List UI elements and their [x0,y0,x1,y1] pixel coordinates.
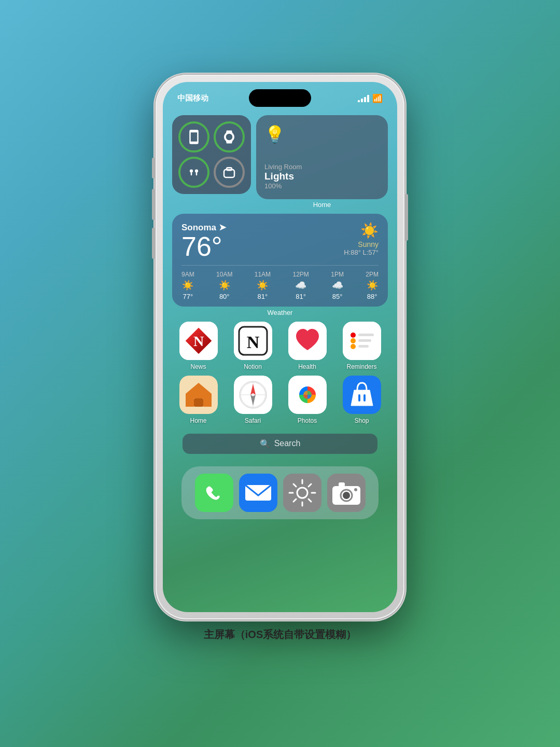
svg-rect-51 [339,482,345,487]
weather-sun-icon: ☀️ [344,222,379,239]
svg-rect-22 [194,398,203,407]
app-safari[interactable]: Safari [228,376,278,424]
svg-point-52 [354,488,357,491]
hour-time-1: 10AM [216,271,232,278]
weather-hour-0: 9AM ☀️ 77° [181,271,194,300]
svg-rect-3 [196,172,198,175]
svg-point-15 [351,333,356,338]
hour-time-3: 12PM [292,271,309,278]
svg-text:N: N [193,333,203,349]
app-photos-label: Photos [298,417,317,424]
caption: 主屏幕（iOS系统自带设置模糊） [204,628,356,642]
weather-hl: H:88° L:57° [344,248,379,256]
dock-camera-icon [327,474,366,512]
app-photos[interactable]: Photos [282,376,332,424]
weather-hour-3: 12PM ☁️ 81° [292,271,309,300]
screen-content: 💡 Living Room Lights 100% Home [163,111,397,612]
dock-phone[interactable] [195,474,233,512]
weather-hour-4: 1PM ☁️ 85° [331,271,344,300]
svg-text:N: N [246,333,259,352]
app-grid-row2: Home [172,376,388,424]
home-widget[interactable]: 💡 Living Room Lights 100% [256,115,388,199]
phone-screen: 中国移动 📶 [163,82,397,612]
dynamic-island [249,89,311,107]
app-health[interactable]: Health [282,322,332,370]
reminders-icon [343,322,381,360]
svg-rect-34 [195,474,233,512]
battery-watch [214,121,245,153]
widgets-row: 💡 Living Room Lights 100% Home [172,115,388,209]
weather-temp: 76° [181,233,226,260]
hour-time-0: 9AM [181,271,194,278]
svg-point-2 [195,169,198,172]
volume-down-button[interactable] [152,228,156,259]
app-shop[interactable]: Shop [337,376,387,424]
app-news[interactable]: N News [173,322,223,370]
battery-devices-widget [172,115,251,209]
svg-point-0 [190,169,193,172]
wifi-icon: 📶 [372,93,383,103]
notion-icon: N [234,322,272,360]
weather-widget-container: Sonoma ➤ 76° ☀️ Sunny H:88° L:57° [172,214,388,316]
hour-temp-3: 81° [292,293,309,300]
hour-temp-2: 81° [255,293,271,300]
safari-icon [234,376,272,414]
dock-mail[interactable] [239,474,277,512]
phone-icon [186,129,202,145]
hour-icon-0: ☀️ [181,280,194,291]
weather-hourly: 9AM ☀️ 77° 10AM ☀️ 80° 11AM [181,265,379,300]
home-device-percent: 100% [264,182,380,190]
app-reminders[interactable]: Reminders [337,322,387,370]
home-widget-label: Home [256,201,388,209]
home-app-icon [179,376,218,414]
battery-airpods [178,157,209,188]
svg-rect-1 [191,172,192,175]
health-icon [288,322,327,360]
home-device-title: Lights [264,171,380,182]
dock-phone-icon [195,474,233,512]
svg-rect-20 [358,345,369,348]
dock [181,466,379,519]
search-icon: 🔍 [260,439,270,449]
airpods-icon [186,164,202,180]
dock-mail-icon [239,474,277,512]
mute-button[interactable] [152,158,156,178]
dock-camera[interactable] [327,474,366,512]
status-icons: 📶 [358,93,383,103]
home-room-label: Living Room [264,163,380,171]
home-widget-info: Living Room Lights 100% [264,163,380,190]
watch-icon [221,129,237,145]
app-notion[interactable]: N Notion [228,322,278,370]
search-label: Search [274,439,301,448]
hour-temp-5: 88° [366,293,379,300]
app-notion-label: Notion [244,363,262,370]
battery-phone [178,121,209,153]
weather-widget[interactable]: Sonoma ➤ 76° ☀️ Sunny H:88° L:57° [172,214,388,307]
home-widget-container: 💡 Living Room Lights 100% Home [256,115,388,209]
case-icon [221,164,237,180]
photos-icon [288,376,327,414]
hour-temp-0: 77° [181,293,194,300]
signal-icon [358,95,369,102]
news-icon: N [179,322,218,360]
home-light-icon: 💡 [264,125,380,144]
weather-condition: Sunny [344,240,379,248]
app-news-label: News [190,363,206,370]
app-home[interactable]: Home [173,376,223,424]
search-bar[interactable]: 🔍 Search [183,434,377,454]
power-button[interactable] [404,194,408,241]
svg-point-50 [343,492,350,499]
volume-up-button[interactable] [152,189,156,220]
weather-hour-5: 2PM ☀️ 88° [366,271,379,300]
app-health-label: Health [298,363,316,370]
app-safari-label: Safari [245,417,261,424]
dock-settings-icon [283,474,321,512]
dock-settings[interactable] [283,474,321,512]
svg-rect-16 [358,334,374,336]
hour-icon-3: ☁️ [292,280,309,291]
weather-footer-label: Weather [172,309,388,316]
hour-icon-2: ☀️ [255,280,271,291]
weather-hour-1: 10AM ☀️ 80° [216,271,232,300]
airpods-battery-ring [178,157,209,188]
svg-point-19 [351,344,356,349]
